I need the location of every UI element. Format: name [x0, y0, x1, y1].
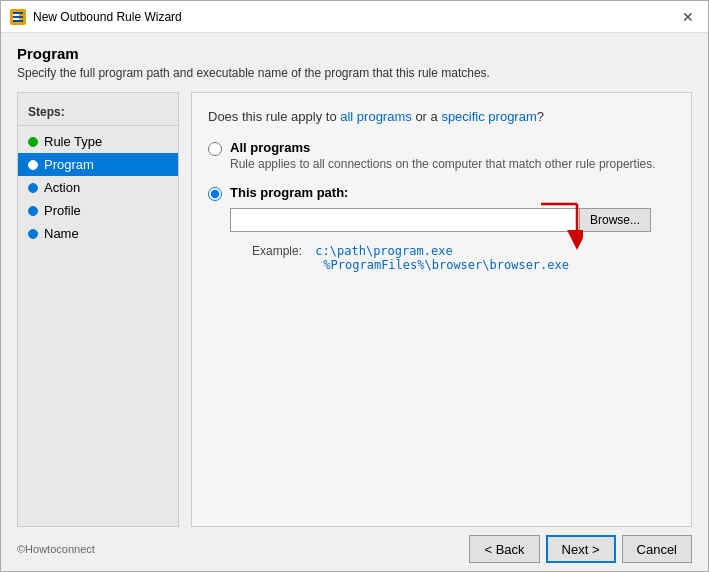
step-label-program: Program [44, 157, 94, 172]
bottom-bar: ©Howtoconnect < Back Next > Cancel [17, 527, 692, 563]
wizard-window: New Outbound Rule Wizard ✕ Program Speci… [0, 0, 709, 572]
example-block: Example: c:\path\program.exe %ProgramFil… [252, 244, 651, 272]
this-program-option: This program path: Browse... [208, 185, 675, 272]
all-programs-option: All programs Rule applies to all connect… [208, 140, 675, 171]
question-link-all[interactable]: all programs [340, 109, 412, 124]
step-label-rule-type: Rule Type [44, 134, 102, 149]
step-dot-name [28, 229, 38, 239]
step-label-name: Name [44, 226, 79, 241]
copyright-text: ©Howtoconnect [17, 543, 95, 555]
example-label: Example: [252, 244, 312, 258]
content-panel: Does this rule apply to all programs or … [191, 92, 692, 527]
nav-buttons: < Back Next > Cancel [469, 535, 692, 563]
path-input-row: Browse... [230, 200, 651, 232]
svg-rect-4 [13, 20, 23, 22]
sidebar-item-action[interactable]: Action [18, 176, 178, 199]
example-path1: c:\path\program.exe [315, 244, 452, 258]
sidebar-item-name[interactable]: Name [18, 222, 178, 245]
this-program-label[interactable]: This program path: [230, 185, 651, 200]
step-dot-rule-type [28, 137, 38, 147]
window-title: New Outbound Rule Wizard [33, 10, 676, 24]
next-button[interactable]: Next > [546, 535, 616, 563]
step-dot-profile [28, 206, 38, 216]
example-path2: %ProgramFiles%\browser\browser.exe [323, 258, 569, 272]
sidebar-item-rule-type[interactable]: Rule Type [18, 130, 178, 153]
question-link-specific[interactable]: specific program [441, 109, 536, 124]
title-bar: New Outbound Rule Wizard ✕ [1, 1, 708, 33]
close-button[interactable]: ✕ [676, 5, 700, 29]
all-programs-desc: Rule applies to all connections on the c… [230, 157, 656, 171]
all-programs-radio[interactable] [208, 142, 222, 156]
program-path-row: Browse... [230, 208, 651, 232]
svg-rect-3 [13, 16, 23, 18]
page-title: Program [17, 45, 692, 62]
sidebar-item-profile[interactable]: Profile [18, 199, 178, 222]
step-label-profile: Profile [44, 203, 81, 218]
question-text: Does this rule apply to all programs or … [208, 109, 675, 124]
wizard-icon [9, 8, 27, 26]
radio-group: All programs Rule applies to all connect… [208, 140, 675, 272]
page-subtitle: Specify the full program path and execut… [17, 66, 692, 80]
cancel-button[interactable]: Cancel [622, 535, 692, 563]
steps-header: Steps: [18, 101, 178, 126]
browse-button[interactable]: Browse... [580, 208, 651, 232]
step-dot-program [28, 160, 38, 170]
this-program-radio[interactable] [208, 187, 222, 201]
back-button[interactable]: < Back [469, 535, 539, 563]
step-label-action: Action [44, 180, 80, 195]
steps-panel: Steps: Rule Type Program Action Profile [17, 92, 179, 527]
main-area: Steps: Rule Type Program Action Profile [17, 92, 692, 527]
sidebar-item-program[interactable]: Program [18, 153, 178, 176]
program-path-input[interactable] [230, 208, 580, 232]
window-content: Program Specify the full program path an… [1, 33, 708, 571]
svg-rect-2 [13, 12, 23, 14]
all-programs-label[interactable]: All programs [230, 140, 656, 155]
step-dot-action [28, 183, 38, 193]
